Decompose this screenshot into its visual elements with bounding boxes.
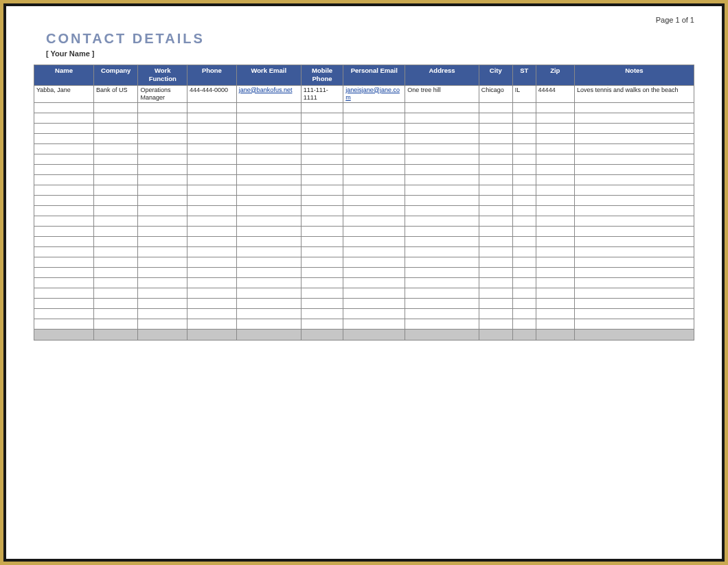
cell-work_email [236, 319, 301, 330]
cell-notes [574, 268, 694, 278]
col-header-work-function: WorkFunction [138, 65, 187, 86]
cell-city [479, 268, 512, 278]
cell-st [512, 268, 536, 278]
cell-work_function [138, 113, 187, 124]
personal-email-link[interactable]: janeisjane@jane.com [345, 87, 400, 101]
cell-zip [536, 144, 574, 154]
cell-address [405, 154, 479, 165]
table-row [34, 278, 694, 288]
cell-notes [574, 144, 694, 154]
cell-city [479, 216, 512, 227]
cell-work_function [138, 288, 187, 299]
cell-name [34, 299, 94, 309]
cell-st [512, 278, 536, 288]
cell-phone [187, 237, 237, 247]
footer-cell-personal_email [343, 330, 405, 341]
cell-work_email [236, 206, 301, 216]
cell-zip [536, 288, 574, 299]
cell-phone [187, 247, 237, 257]
cell-phone [187, 288, 237, 299]
col-header-work-email: Work Email [236, 65, 301, 86]
cell-work_email [236, 144, 301, 154]
cell-city [479, 175, 512, 185]
cell-st [512, 103, 536, 113]
cell-phone: 444-444-0000 [187, 85, 237, 103]
cell-personal_email [343, 247, 405, 257]
cell-personal_email [343, 175, 405, 185]
col-header-personal-email: Personal Email [343, 65, 405, 86]
table-row [34, 196, 694, 206]
footer-cell-company [93, 330, 137, 341]
cell-zip [536, 165, 574, 175]
cell-work_email [236, 134, 301, 144]
work-email-link[interactable]: jane@bankofus.net [239, 87, 293, 93]
cell-work_function [138, 216, 187, 227]
cell-work_function [138, 185, 187, 196]
cell-personal_email [343, 278, 405, 288]
cell-address [405, 278, 479, 288]
cell-work_email [236, 278, 301, 288]
cell-st [512, 185, 536, 196]
cell-company [93, 268, 137, 278]
cell-work_function [138, 196, 187, 206]
cell-phone [187, 278, 237, 288]
table-row [34, 309, 694, 319]
cell-address [405, 124, 479, 134]
cell-city [479, 124, 512, 134]
cell-personal_email [343, 309, 405, 319]
cell-phone [187, 154, 237, 165]
cell-st [512, 175, 536, 185]
cell-phone [187, 134, 237, 144]
cell-city [479, 278, 512, 288]
cell-city [479, 206, 512, 216]
cell-personal_email [343, 185, 405, 196]
cell-personal_email [343, 134, 405, 144]
cell-personal_email [343, 257, 405, 268]
cell-work_email [236, 196, 301, 206]
table-row [34, 185, 694, 196]
cell-address [405, 309, 479, 319]
cell-phone [187, 196, 237, 206]
col-header-name: Name [34, 65, 94, 86]
cell-phone [187, 309, 237, 319]
cell-mobile_phone [301, 216, 343, 227]
cell-phone [187, 227, 237, 237]
cell-phone [187, 257, 237, 268]
cell-work_email [236, 257, 301, 268]
cell-name [34, 134, 94, 144]
cell-personal_email [343, 227, 405, 237]
cell-mobile_phone [301, 319, 343, 330]
cell-notes [574, 247, 694, 257]
cell-zip [536, 103, 574, 113]
cell-name [34, 175, 94, 185]
cell-name [34, 319, 94, 330]
cell-st [512, 237, 536, 247]
cell-work_function [138, 227, 187, 237]
table-row [34, 319, 694, 330]
cell-personal_email [343, 237, 405, 247]
cell-personal_email [343, 124, 405, 134]
cell-phone [187, 103, 237, 113]
cell-personal_email [343, 216, 405, 227]
cell-personal_email: janeisjane@jane.com [343, 85, 405, 103]
col-header-mobile-phone: MobilePhone [301, 65, 343, 86]
cell-personal_email [343, 268, 405, 278]
cell-city [479, 144, 512, 154]
cell-city [479, 257, 512, 268]
cell-phone [187, 185, 237, 196]
footer-cell-zip [536, 330, 574, 341]
cell-zip: 44444 [536, 85, 574, 103]
cell-phone [187, 124, 237, 134]
cell-work_function [138, 278, 187, 288]
table-row [34, 165, 694, 175]
cell-city [479, 288, 512, 299]
cell-city [479, 227, 512, 237]
cell-city [479, 154, 512, 165]
cell-st: IL [512, 85, 536, 103]
page-number: Page 1 of 1 [34, 16, 694, 24]
cell-name [34, 124, 94, 134]
cell-st [512, 309, 536, 319]
cell-mobile_phone [301, 175, 343, 185]
table-row [34, 216, 694, 227]
cell-address [405, 288, 479, 299]
